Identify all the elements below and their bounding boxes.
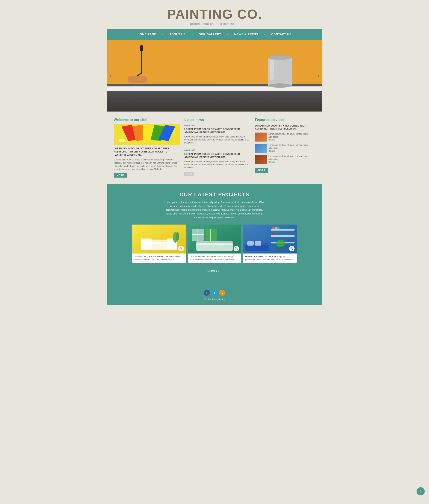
news-prev-button[interactable]: ‹ — [184, 172, 188, 176]
three-columns: Welcome to our site! LO — [114, 118, 315, 177]
service-thumb-2 — [255, 144, 267, 153]
service-item-2: Lorem ipsum dolor sit amet, consec tetue… — [255, 144, 315, 153]
magnify-icon-1[interactable]: 🔍 — [178, 246, 184, 251]
nav-item-about[interactable]: ABOUT US — [163, 29, 192, 40]
welcome-title: Welcome to our site! — [114, 118, 180, 122]
welcome-image — [114, 124, 180, 145]
news-text-2: Lorem ipsum dolor sit amet, consec tetue… — [184, 160, 250, 169]
project-caption-2: LUM MOLESTIE LACUIRHS eneam non ummy hen… — [188, 254, 241, 263]
welcome-text: Lorem ipsum dolor sit amet, consec tetue… — [114, 158, 180, 171]
svg-rect-44 — [247, 241, 254, 246]
project-caption-title-2: LUM MOLESTIE LACUIRHS — [190, 256, 216, 258]
nav-dot-3: ● — [227, 33, 228, 35]
main-content: Welcome to our site! LO — [107, 112, 322, 184]
site-header: PAINTING CO. professional painting contr… — [107, 0, 322, 29]
svg-point-23 — [176, 232, 179, 241]
magnify-icon-3[interactable]: 🔍 — [289, 246, 295, 251]
project-caption-1: CONSEC TETUER ADIPISCINGAES est estlu lu… — [132, 254, 186, 263]
svg-rect-38 — [277, 227, 279, 229]
svg-point-41 — [276, 239, 285, 247]
service-thumb-1 — [255, 133, 267, 141]
svg-rect-3 — [128, 76, 147, 83]
welcome-heading: LOREM IPSUM DOLOR SIT AMET, CONSEC TEER … — [114, 147, 180, 157]
projects-title: OUR LATEST PROJECTS — [112, 192, 317, 197]
project-caption-3: MIUM SOCIS TOTALNATIBUSET magis dis part… — [243, 254, 297, 263]
news-heading-2: LOREM IPSUM DOLOR SIT AMET, CONSEC TEER … — [184, 152, 250, 159]
project-card-1: 🔍 CONSEC TETUER ADIPISCINGAES est estlu … — [132, 225, 186, 263]
svg-point-7 — [268, 83, 292, 88]
main-nav: HOME PAGE ● ABOUT US ● OUR GALLERY ● NEW… — [107, 29, 322, 40]
project-thumb-1: 🔍 — [132, 225, 186, 254]
projects-grid: 🔍 CONSEC TETUER ADIPISCINGAES est estlu … — [112, 225, 317, 263]
welcome-column: Welcome to our site! LO — [114, 118, 180, 177]
svg-point-15 — [119, 139, 125, 142]
social-links: f t ♫ — [112, 290, 317, 296]
rss-icon[interactable]: ♫ — [219, 290, 225, 296]
news-date-1: 06.09.2013 — [184, 124, 250, 127]
view-all-button[interactable]: VIEW ALL — [201, 268, 228, 275]
projects-section: OUR LATEST PROJECTS Lorem ipsum dolor si… — [107, 184, 322, 284]
site-footer: f t ♫ 2014 © Privacy Policy — [107, 284, 322, 305]
news-divider — [184, 147, 250, 147]
project-card-3: 🔍 MIUM SOCIS TOTALNATIBUSET magis dis pa… — [243, 225, 297, 263]
featured-intro: LOREM IPSUM DOLOR SIT AMET, CONSEC TEER … — [255, 124, 315, 130]
project-card-2: 🔍 LUM MOLESTIE LACUIRHS eneam non ummy h… — [188, 225, 241, 263]
service-thumb-3 — [255, 155, 267, 164]
service-link-1[interactable]: details — [268, 139, 315, 141]
svg-rect-31 — [196, 241, 233, 245]
service-item-3: Lorem ipsum dolor sit amet, consec tetue… — [255, 155, 315, 164]
nav-item-home[interactable]: HOME PAGE — [132, 29, 162, 40]
svg-point-6 — [268, 55, 292, 60]
svg-rect-39 — [272, 233, 274, 235]
project-caption-title-1: CONSEC TETUER ADIPISCINGAES — [134, 256, 169, 258]
news-column: Latest news 06.09.2013 LOREM IPSUM DOLOR… — [184, 118, 250, 177]
news-text-1: Lorem ipsum dolor sit amet, consec tetue… — [184, 135, 250, 144]
slider-next-button[interactable]: › — [317, 72, 320, 79]
svg-rect-34 — [271, 235, 295, 237]
magnify-icon-2[interactable]: 🔍 — [233, 246, 239, 251]
service-text-2: Lorem ipsum dolor sit amet, consec tetue… — [268, 144, 315, 150]
twitter-icon[interactable]: t — [212, 290, 217, 296]
svg-rect-20 — [141, 239, 152, 249]
facebook-icon[interactable]: f — [204, 290, 210, 296]
svg-rect-36 — [272, 227, 275, 229]
service-item-1: Lorem ipsum dolor sit amet, consec tetue… — [255, 133, 315, 141]
nav-dot-2: ● — [192, 33, 193, 35]
nav-item-contact[interactable]: CONTACT US — [265, 29, 297, 40]
project-thumb-3: 🔍 — [243, 225, 297, 254]
site-title: PAINTING CO. — [112, 6, 317, 22]
featured-column: Featured services LOREM IPSUM DOLOR SIT … — [255, 118, 315, 177]
news-date-2: 06.05.2013 — [184, 149, 250, 152]
paint-roller — [125, 45, 159, 91]
featured-more-button[interactable]: MORE — [255, 168, 268, 173]
welcome-more-button[interactable]: MORE — [114, 173, 127, 177]
slider-prev-button[interactable]: ‹ — [109, 72, 112, 79]
footer-copyright: 2014 © Privacy Policy — [112, 298, 317, 301]
nav-dot-4: ● — [264, 33, 265, 35]
service-text-1: Lorem ipsum dolor sit amet, consec tetue… — [268, 133, 315, 139]
featured-title: Featured services — [255, 118, 315, 122]
svg-rect-37 — [275, 227, 277, 229]
service-link-2[interactable]: details — [268, 150, 315, 152]
projects-desc: Lorem ipsum dolor sit amet, consec tetue… — [163, 201, 266, 219]
service-info-3: Lorem ipsum dolor sit amet, consec tetue… — [268, 155, 315, 163]
service-link-3[interactable]: details — [268, 161, 315, 163]
paint-can — [266, 54, 294, 92]
service-info-2: Lorem ipsum dolor sit amet, consec tetue… — [268, 144, 315, 152]
hero-image — [107, 40, 322, 112]
service-text-3: Lorem ipsum dolor sit amet, consec tetue… — [268, 155, 315, 161]
news-heading-1: LOREM IPSUM DOLOR SIT AMET, CONSEC TEER … — [184, 128, 250, 134]
service-info-1: Lorem ipsum dolor sit amet, consec tetue… — [268, 133, 315, 141]
news-pagination: ‹ › — [184, 172, 250, 176]
svg-rect-8 — [270, 60, 274, 80]
nav-item-gallery[interactable]: OUR GALLERY — [193, 29, 227, 40]
svg-rect-4 — [140, 45, 143, 51]
svg-rect-45 — [255, 241, 261, 246]
site-subtitle: professional painting contractor — [112, 22, 317, 26]
svg-rect-33 — [271, 229, 295, 230]
project-caption-title-3: MIUM SOCIS TOTALNATIBUSET — [245, 256, 276, 258]
nav-dot-1: ● — [162, 33, 163, 35]
hero-section: ‹ — [107, 40, 322, 112]
news-next-button[interactable]: › — [189, 172, 194, 176]
nav-item-news[interactable]: NEWS & PRESS — [228, 29, 264, 40]
